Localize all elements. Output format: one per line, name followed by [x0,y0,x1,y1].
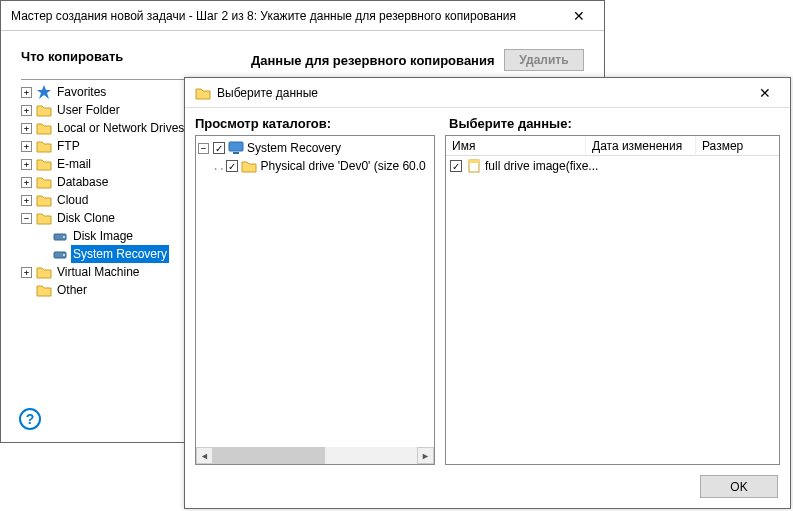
close-button[interactable]: ✕ [559,4,599,28]
folder-icon [36,264,52,280]
folder-icon [36,192,52,208]
collapse-icon[interactable]: − [198,143,209,154]
folder-icon [195,85,211,101]
folder-icon [36,210,52,226]
svg-rect-6 [233,152,239,154]
window-title: Мастер создания новой задачи - Шаг 2 из … [11,9,559,23]
col-name[interactable]: Имя [446,136,586,155]
browse-item[interactable]: ..Physical drive 'Dev0' (size 60.0 [198,157,432,175]
tree-item[interactable]: +User Folder [21,101,201,119]
tree-item-label[interactable]: Favorites [55,83,108,101]
column-headers[interactable]: Имя Дата изменения Размер [446,136,779,156]
folder-icon [36,282,52,298]
source-tree[interactable]: +Favorites+User Folder+Local or Network … [21,83,201,299]
disk-icon [52,246,68,262]
folder-icon [36,174,52,190]
tree-item[interactable]: +Cloud [21,191,201,209]
select-pane[interactable]: Имя Дата изменения Размер full drive ima… [445,135,780,465]
select-header: Выберите данные: [449,116,572,131]
expand-icon[interactable]: + [21,141,32,152]
checkbox[interactable] [226,160,238,172]
checkbox[interactable] [450,160,462,172]
disk-icon [52,228,68,244]
browse-item[interactable]: −System Recovery [198,139,432,157]
folder-icon [36,102,52,118]
tree-spacer [21,285,32,296]
folder-icon [241,158,257,174]
tree-item[interactable]: −Disk Clone [21,209,201,227]
scroll-right-arrow[interactable]: ► [417,447,434,464]
help-button[interactable]: ? [19,408,41,430]
tree-item-label[interactable]: Other [55,281,89,299]
collapse-icon[interactable]: − [21,213,32,224]
tree-item[interactable]: +FTP [21,137,201,155]
svg-marker-0 [37,85,51,99]
star-icon [36,84,52,100]
col-date[interactable]: Дата изменения [586,136,696,155]
browse-item-label[interactable]: System Recovery [247,141,341,155]
browse-item-label[interactable]: Physical drive 'Dev0' (size 60.0 [260,159,425,173]
tree-item-label[interactable]: E-mail [55,155,93,173]
folder-icon [36,138,52,154]
expand-icon[interactable]: + [21,267,32,278]
file-icon [466,158,482,174]
file-label[interactable]: full drive image(fixe... [485,159,598,173]
titlebar: Мастер создания новой задачи - Шаг 2 из … [1,1,604,31]
file-row[interactable]: full drive image(fixe... [446,156,779,176]
expand-icon[interactable]: + [21,195,32,206]
scroll-left-arrow[interactable]: ◄ [196,447,213,464]
tree-item[interactable]: Other [21,281,201,299]
dialog-close-button[interactable]: ✕ [745,81,785,105]
tree-item-label[interactable]: Local or Network Drives [55,119,186,137]
panel-headers: Просмотр каталогов: Выберите данные: [185,108,790,135]
monitor-icon [228,140,244,156]
select-data-dialog: Выберите данные ✕ Просмотр каталогов: Вы… [184,77,791,509]
svg-point-4 [63,254,65,256]
tree-item[interactable]: +Local or Network Drives [21,119,201,137]
tree-item[interactable]: Disk Image [21,227,201,245]
browse-header: Просмотр каталогов: [195,116,435,131]
tree-item-label[interactable]: Virtual Machine [55,263,142,281]
checkbox[interactable] [213,142,225,154]
scroll-thumb[interactable] [213,447,325,464]
tree-item[interactable]: +Database [21,173,201,191]
expand-icon[interactable]: + [21,159,32,170]
ok-button[interactable]: OK [700,475,778,498]
expand-icon[interactable]: + [21,105,32,116]
svg-point-2 [63,236,65,238]
tree-item-label[interactable]: System Recovery [71,245,169,263]
expand-icon[interactable]: + [21,123,32,134]
tree-item-label[interactable]: Disk Image [71,227,135,245]
browse-pane[interactable]: −System Recovery..Physical drive 'Dev0' … [195,135,435,465]
tree-spacer [37,231,48,242]
backup-data-header: Данные для резервного копирования [251,53,504,68]
tree-spacer [37,249,48,260]
expand-icon[interactable]: + [21,177,32,188]
tree-item-label[interactable]: User Folder [55,101,122,119]
tree-item-label[interactable]: Database [55,173,110,191]
tree-item[interactable]: +Favorites [21,83,201,101]
tree-item-label[interactable]: Disk Clone [55,209,117,227]
delete-button[interactable]: Удалить [504,49,584,71]
horizontal-scrollbar[interactable]: ◄ ► [196,447,434,464]
svg-rect-8 [469,160,479,163]
tree-connector: .. [212,159,224,173]
tree-item-label[interactable]: FTP [55,137,82,155]
folder-icon [36,156,52,172]
dialog-title: Выберите данные [217,86,745,100]
tree-item-label[interactable]: Cloud [55,191,90,209]
tree-item[interactable]: +E-mail [21,155,201,173]
scroll-track[interactable] [213,447,417,464]
dialog-titlebar: Выберите данные ✕ [185,78,790,108]
col-size[interactable]: Размер [696,136,779,155]
headers-row: Что копировать Данные для резервного коп… [1,31,604,79]
svg-rect-5 [229,142,243,151]
folder-icon [36,120,52,136]
what-to-copy-header: Что копировать [21,49,251,71]
expand-icon[interactable]: + [21,87,32,98]
tree-item[interactable]: +Virtual Machine [21,263,201,281]
tree-item[interactable]: System Recovery [21,245,201,263]
